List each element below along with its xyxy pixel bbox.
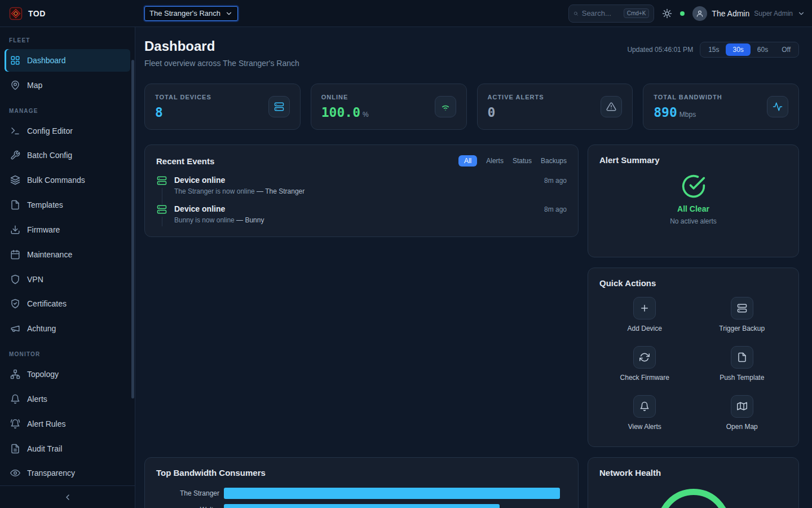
- stat-card-online: ONLINE 100.0%: [311, 84, 467, 130]
- quick-action-label: View Alerts: [628, 423, 661, 431]
- stat-label: TOTAL BANDWIDTH: [654, 94, 722, 100]
- app-root: TOD The Stranger's Ranch Cmd+K: [0, 0, 812, 508]
- quick-action-trigger-backup[interactable]: Trigger Backup: [719, 297, 765, 332]
- refresh-option-60s[interactable]: 60s: [751, 43, 775, 56]
- quick-action-view-alerts[interactable]: View Alerts: [628, 395, 661, 431]
- sidebar-scrollbar[interactable]: [131, 60, 134, 398]
- sidebar-item-templates[interactable]: Templates: [5, 194, 130, 216]
- calendar-icon: [10, 249, 20, 260]
- filter-status[interactable]: Status: [513, 157, 532, 165]
- sidebar-item-certificates[interactable]: Certificates: [5, 292, 130, 315]
- right-column: Alert Summary All Clear No active alerts…: [588, 144, 799, 508]
- stat-label: ONLINE: [321, 94, 369, 100]
- recent-events-card: Recent Events All Alerts Status Backups: [144, 144, 579, 237]
- network-health-title: Network Health: [599, 468, 787, 478]
- layers-icon: [10, 175, 20, 185]
- user-menu[interactable]: The Admin Super Admin: [692, 6, 805, 21]
- terminal-icon: [10, 126, 20, 136]
- quick-action-label: Trigger Backup: [719, 325, 765, 332]
- sidebar-item-label: Templates: [27, 200, 63, 209]
- refresh-option-off[interactable]: Off: [775, 43, 797, 56]
- sidebar-item-label: Batch Config: [27, 151, 72, 160]
- avatar: [692, 6, 707, 21]
- sidebar-item-map[interactable]: Map: [5, 74, 130, 97]
- map-pin-icon: [10, 80, 20, 90]
- sidebar-item-dashboard[interactable]: Dashboard: [5, 49, 130, 72]
- user-icon: [696, 10, 704, 17]
- sidebar-section-monitor: MONITOR: [9, 351, 126, 357]
- alert-triangle-icon: [606, 102, 616, 112]
- refresh-option-30s[interactable]: 30s: [726, 43, 750, 56]
- sidebar-item-transparency[interactable]: Transparency: [5, 462, 130, 484]
- event-row: Device online 8m ago Bunny is now online…: [156, 204, 567, 226]
- sidebar-item-achtung[interactable]: Achtung: [5, 317, 130, 340]
- server-icon: [157, 204, 167, 214]
- shield-icon: [10, 274, 20, 284]
- quick-action-label: Push Template: [720, 374, 764, 382]
- quick-action-check-firmware[interactable]: Check Firmware: [620, 346, 669, 382]
- quick-action-push-template[interactable]: Push Template: [720, 346, 764, 382]
- network-icon: [10, 369, 20, 379]
- sidebar-item-topology[interactable]: Topology: [5, 363, 130, 386]
- stat-value: 890: [654, 105, 677, 120]
- search-input[interactable]: Cmd+K: [568, 5, 654, 23]
- event-row: Device online 8m ago The Stranger is now…: [156, 176, 567, 204]
- sun-icon: [662, 8, 672, 19]
- server-icon: [737, 303, 747, 313]
- sidebar-item-vpn[interactable]: VPN: [5, 268, 130, 291]
- file-text-icon: [10, 444, 20, 454]
- sidebar-item-alerts[interactable]: Alerts: [5, 388, 130, 410]
- filter-alerts[interactable]: Alerts: [486, 157, 504, 165]
- sidebar-item-firmware[interactable]: Firmware: [5, 218, 130, 241]
- refresh-option-15s[interactable]: 15s: [701, 43, 726, 56]
- sidebar-item-label: Dashboard: [27, 56, 66, 65]
- filter-backups[interactable]: Backups: [541, 157, 567, 165]
- sidebar-collapse-button[interactable]: [0, 485, 135, 508]
- fleet-selector[interactable]: The Stranger's Ranch: [144, 6, 238, 21]
- sidebar-item-label: Topology: [27, 370, 59, 379]
- sidebar-item-config-editor[interactable]: Config Editor: [5, 120, 130, 142]
- bar-row: Walter: [156, 504, 567, 508]
- grid-icon: [10, 55, 20, 65]
- stat-label: TOTAL DEVICES: [155, 94, 211, 100]
- sidebar-item-label: Transparency: [27, 468, 75, 478]
- quick-action-open-map[interactable]: Open Map: [726, 395, 758, 431]
- quick-action-add-device[interactable]: Add Device: [628, 297, 662, 332]
- filter-all[interactable]: All: [458, 155, 477, 167]
- sidebar-item-label: Firmware: [27, 225, 60, 234]
- plus-icon: [639, 303, 650, 313]
- theme-toggle-button[interactable]: [662, 8, 672, 19]
- user-name: The Admin: [712, 9, 749, 18]
- sidebar-item-audit-trail[interactable]: Audit Trail: [5, 437, 130, 460]
- event-time: 8m ago: [544, 177, 567, 185]
- sidebar-section-manage: MANAGE: [9, 108, 126, 114]
- sidebar-item-label: Alerts: [27, 395, 47, 404]
- sidebar-item-alert-rules[interactable]: Alert Rules: [5, 413, 130, 435]
- alert-status: All Clear: [677, 204, 709, 213]
- sidebar-item-maintenance[interactable]: Maintenance: [5, 243, 130, 266]
- stat-label: ACTIVE ALERTS: [488, 94, 544, 100]
- user-role: Super Admin: [754, 10, 793, 17]
- eye-icon: [10, 468, 20, 478]
- quick-action-label: Open Map: [726, 423, 758, 431]
- wrench-icon: [10, 150, 20, 160]
- search-field[interactable]: [582, 9, 620, 17]
- quick-actions-card: Quick Actions Add Device Trigger Backup: [588, 268, 799, 447]
- brand-logo-icon: [9, 7, 23, 20]
- sidebar-item-batch-config[interactable]: Batch Config: [5, 144, 130, 167]
- chevron-down-icon: [225, 10, 233, 17]
- sidebar-item-label: Bulk Commands: [27, 176, 85, 185]
- alert-summary-card: Alert Summary All Clear No active alerts: [588, 144, 799, 257]
- network-health-card: Network Health: [588, 457, 799, 508]
- stat-value: 100.0: [321, 105, 360, 120]
- stat-card-total-devices: TOTAL DEVICES 8: [144, 84, 301, 130]
- sidebar-item-bulk-commands[interactable]: Bulk Commands: [5, 169, 130, 191]
- sidebar-item-label: Achtung: [27, 324, 56, 333]
- event-filters: All Alerts Status Backups: [458, 155, 567, 167]
- bell-ring-icon: [10, 419, 20, 429]
- stat-value: 0: [488, 105, 496, 120]
- bar-label: Walter: [156, 506, 219, 508]
- sidebar-item-label: Map: [27, 81, 42, 90]
- stat-value: 8: [155, 105, 163, 120]
- chevron-left-icon: [63, 493, 72, 502]
